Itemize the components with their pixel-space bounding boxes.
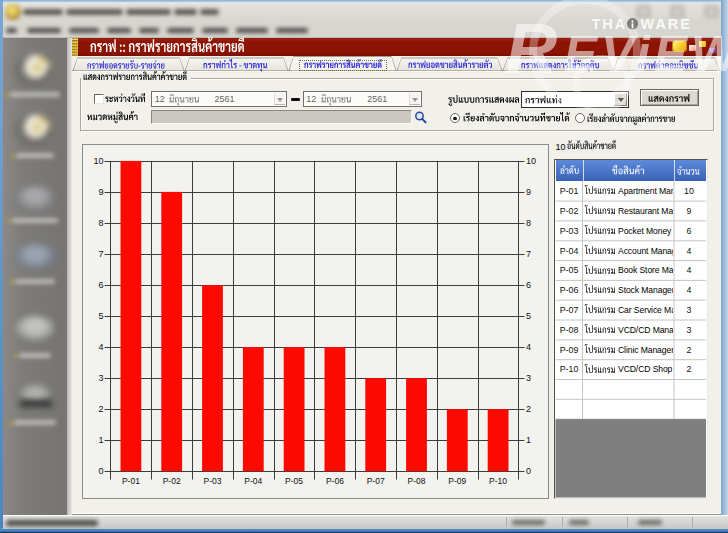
svg-text:4: 4	[98, 342, 103, 352]
svg-text:8: 8	[98, 218, 103, 228]
svg-text:0: 0	[98, 466, 103, 476]
svg-text:P-05: P-05	[285, 476, 303, 486]
svg-text:4: 4	[526, 342, 531, 352]
svg-text:P-03: P-03	[203, 476, 221, 486]
svg-text:P-06: P-06	[325, 476, 343, 486]
svg-text:6: 6	[98, 280, 103, 290]
svg-text:1: 1	[98, 435, 103, 445]
svg-text:9: 9	[98, 187, 103, 197]
svg-text:8: 8	[526, 218, 531, 228]
svg-text:P-01: P-01	[121, 476, 139, 486]
svg-text:3: 3	[98, 373, 103, 383]
svg-text:1: 1	[526, 435, 531, 445]
svg-text:P-04: P-04	[244, 476, 262, 486]
svg-text:2: 2	[526, 404, 531, 414]
svg-text:5: 5	[526, 311, 531, 321]
svg-text:5: 5	[98, 311, 103, 321]
svg-text:9: 9	[526, 187, 531, 197]
svg-text:7: 7	[526, 249, 531, 259]
svg-text:2: 2	[98, 404, 103, 414]
svg-text:7: 7	[98, 249, 103, 259]
svg-text:P-08: P-08	[407, 476, 425, 486]
svg-text:3: 3	[526, 373, 531, 383]
svg-text:P-02: P-02	[162, 476, 180, 486]
svg-text:R: R	[506, 9, 557, 88]
svg-text:P-09: P-09	[448, 476, 466, 486]
svg-text:6: 6	[526, 280, 531, 290]
svg-text:EViEW: EViEW	[564, 26, 728, 81]
svg-text:P-10: P-10	[489, 476, 507, 486]
svg-text:P-07: P-07	[366, 476, 384, 486]
svg-text:0: 0	[526, 466, 531, 476]
